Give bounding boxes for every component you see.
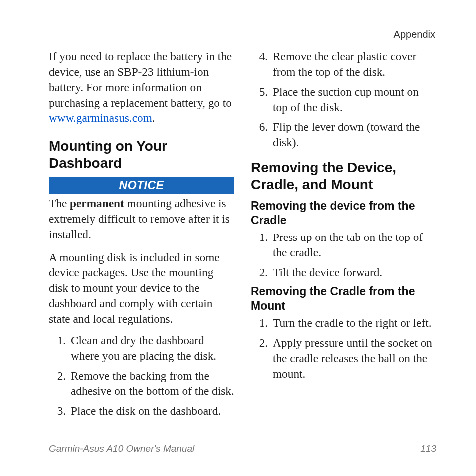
remove-device-steps: Press up on the tab on the top of the cr… bbox=[251, 230, 436, 280]
header-section: Appendix bbox=[394, 29, 435, 40]
subheading-remove-device: Removing the device from the Cradle bbox=[251, 199, 436, 228]
remove-device-step-1: Press up on the tab on the top of the cr… bbox=[271, 230, 436, 260]
battery-paragraph: If you need to replace the battery in th… bbox=[49, 49, 234, 126]
battery-text-pre: If you need to replace the battery in th… bbox=[49, 50, 232, 109]
step-6: Flip the lever down (toward the disk). bbox=[271, 119, 436, 150]
subheading-remove-cradle: Removing the Cradle from the Mount bbox=[251, 284, 436, 313]
footer-title: Garmin-Asus A10 Owner's Manual bbox=[49, 443, 194, 454]
header-rule bbox=[49, 42, 436, 42]
right-column: Remove the clear plastic cover from the … bbox=[251, 49, 436, 433]
remove-cradle-step-1: Turn the cradle to the right or left. bbox=[271, 315, 436, 331]
mounting-steps-1-3: Clean and dry the dashboard where you ar… bbox=[49, 333, 234, 419]
notice-banner: NOTICE bbox=[49, 177, 234, 194]
disk-paragraph: A mounting disk is included in some devi… bbox=[49, 250, 234, 327]
remove-cradle-steps: Turn the cradle to the right or left. Ap… bbox=[251, 315, 436, 381]
notice-paragraph: The permanent mounting adhesive is extre… bbox=[49, 196, 234, 242]
heading-removing: Removing the Device, Cradle, and Mount bbox=[251, 159, 436, 193]
step-4: Remove the clear plastic cover from the … bbox=[271, 49, 436, 80]
notice-text-pre: The bbox=[49, 197, 70, 210]
battery-link[interactable]: www.garminasus.com bbox=[49, 111, 152, 124]
mounting-steps-4-6: Remove the clear plastic cover from the … bbox=[251, 49, 436, 150]
footer-page-number: 113 bbox=[420, 443, 436, 454]
step-5: Place the suction cup mount on top of th… bbox=[271, 84, 436, 115]
battery-text-post: . bbox=[152, 111, 155, 124]
two-column-layout: If you need to replace the battery in th… bbox=[49, 49, 436, 433]
step-2: Remove the backing from the adhesive on … bbox=[69, 368, 234, 399]
step-1: Clean and dry the dashboard where you ar… bbox=[69, 333, 234, 364]
step-3: Place the disk on the dashboard. bbox=[69, 403, 234, 419]
page-footer: Garmin-Asus A10 Owner's Manual 113 bbox=[49, 443, 436, 454]
remove-cradle-step-2: Apply pressure until the socket on the c… bbox=[271, 335, 436, 382]
remove-device-step-2: Tilt the device forward. bbox=[271, 265, 436, 280]
notice-text-bold: permanent bbox=[70, 197, 124, 210]
manual-page: Appendix If you need to replace the batt… bbox=[0, 0, 476, 476]
left-column: If you need to replace the battery in th… bbox=[49, 49, 234, 433]
heading-mounting: Mounting on Your Dashboard bbox=[49, 138, 234, 171]
